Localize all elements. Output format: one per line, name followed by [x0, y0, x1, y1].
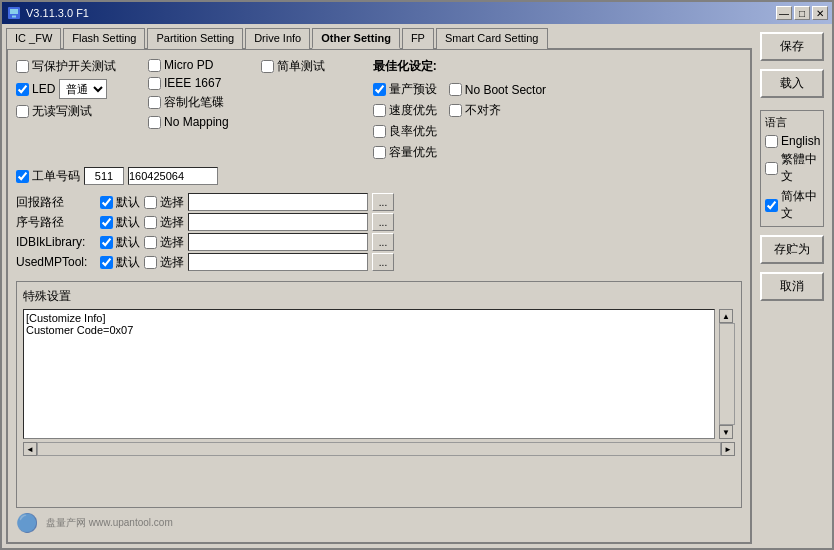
path-select-0-label[interactable]: 选择: [144, 194, 184, 211]
path-default-2-checkbox[interactable]: [100, 236, 113, 249]
special-settings-title: 特殊设置: [23, 288, 735, 305]
app-icon: [6, 5, 22, 21]
path-select-1-text: 选择: [160, 214, 184, 231]
optimize-title: 最佳化设定:: [373, 58, 546, 75]
led-label: LED: [32, 82, 55, 96]
tab-partition-setting[interactable]: Partition Setting: [147, 28, 243, 49]
customize-notepad-checkbox[interactable]: [148, 96, 161, 109]
micro-pd-checkbox[interactable]: [148, 59, 161, 72]
path-select-1-label[interactable]: 选择: [144, 214, 184, 231]
micro-pd-checkbox-label[interactable]: Micro PD: [148, 58, 229, 72]
path-default-1-label[interactable]: 默认: [100, 214, 140, 231]
speed-priority-checkbox-label[interactable]: 速度优先: [373, 102, 437, 119]
save-button[interactable]: 保存: [760, 32, 824, 61]
path-select-3-label[interactable]: 选择: [144, 254, 184, 271]
path-default-2-label[interactable]: 默认: [100, 234, 140, 251]
close-button[interactable]: ✕: [812, 6, 828, 20]
english-checkbox-label[interactable]: English: [765, 134, 819, 148]
led-select[interactable]: 普通 其他: [59, 79, 107, 99]
path-default-3-label[interactable]: 默认: [100, 254, 140, 271]
scroll-left-btn[interactable]: ◄: [23, 442, 37, 456]
tab-other-setting[interactable]: Other Setting: [312, 28, 400, 49]
path-input-2[interactable]: [188, 233, 368, 251]
load-button[interactable]: 载入: [760, 69, 824, 98]
path-label-1: 序号路径: [16, 214, 96, 231]
speed-priority-checkbox[interactable]: [373, 104, 386, 117]
quality-priority-checkbox-label[interactable]: 良率优先: [373, 123, 546, 140]
serial-input-1[interactable]: [84, 167, 124, 185]
not-aligned-checkbox-label[interactable]: 不对齐: [449, 102, 501, 119]
cancel-button[interactable]: 取消: [760, 272, 824, 301]
path-default-3-checkbox[interactable]: [100, 256, 113, 269]
main-panel: IC _FW Flash Setting Partition Setting D…: [6, 28, 752, 544]
tab-drive-info[interactable]: Drive Info: [245, 28, 310, 49]
horizontal-scrollbar[interactable]: ◄ ►: [23, 441, 735, 457]
minimize-button[interactable]: —: [776, 6, 792, 20]
path-input-3[interactable]: [188, 253, 368, 271]
tab-flash-setting[interactable]: Flash Setting: [63, 28, 145, 49]
simplified-checkbox-label[interactable]: 简体中文: [765, 188, 819, 222]
write-protect-checkbox-label[interactable]: 写保护开关测试: [16, 58, 116, 75]
simple-test-checkbox-label[interactable]: 简单测试: [261, 58, 325, 75]
path-default-1-text: 默认: [116, 214, 140, 231]
mass-production-checkbox[interactable]: [373, 83, 386, 96]
no-boot-sector-checkbox[interactable]: [449, 83, 462, 96]
path-select-1-checkbox[interactable]: [144, 216, 157, 229]
no-read-write-checkbox[interactable]: [16, 105, 29, 118]
no-read-write-checkbox-label[interactable]: 无读写测试: [16, 103, 116, 120]
scroll-down-btn[interactable]: ▼: [719, 425, 733, 439]
path-btn-3[interactable]: ...: [372, 253, 394, 271]
path-label-0: 回报路径: [16, 194, 96, 211]
customize-notepad-checkbox-label[interactable]: 容制化笔碟: [148, 94, 229, 111]
serial-number-checkbox-label[interactable]: 工单号码: [16, 168, 80, 185]
serial-input-2[interactable]: [128, 167, 218, 185]
simplified-checkbox[interactable]: [765, 199, 778, 212]
scrollbar-track-v: [719, 323, 735, 425]
no-boot-sector-checkbox-label[interactable]: No Boot Sector: [449, 83, 546, 97]
save-as-button[interactable]: 存贮为: [760, 235, 824, 264]
path-default-2-text: 默认: [116, 234, 140, 251]
led-checkbox-label[interactable]: LED: [16, 82, 55, 96]
tab-smart-card[interactable]: Smart Card Setting: [436, 28, 548, 49]
ieee1667-checkbox-label[interactable]: IEEE 1667: [148, 76, 229, 90]
tab-fp[interactable]: FP: [402, 28, 434, 49]
path-default-0-checkbox[interactable]: [100, 196, 113, 209]
quality-priority-checkbox[interactable]: [373, 125, 386, 138]
no-mapping-checkbox-label[interactable]: No Mapping: [148, 115, 229, 129]
maximize-button[interactable]: □: [794, 6, 810, 20]
title-bar: V3.11.3.0 F1 — □ ✕: [2, 2, 832, 24]
path-row-0: 回报路径 默认 选择 ...: [16, 193, 742, 211]
path-select-0-checkbox[interactable]: [144, 196, 157, 209]
path-row-1: 序号路径 默认 选择 ...: [16, 213, 742, 231]
no-mapping-checkbox[interactable]: [148, 116, 161, 129]
ieee1667-checkbox[interactable]: [148, 77, 161, 90]
path-btn-0[interactable]: ...: [372, 193, 394, 211]
special-settings-textarea[interactable]: [Customize Info] Customer Code=0x07: [23, 309, 715, 439]
english-checkbox[interactable]: [765, 135, 778, 148]
path-btn-2[interactable]: ...: [372, 233, 394, 251]
path-input-0[interactable]: [188, 193, 368, 211]
path-row-3: UsedMPTool: 默认 选择 ...: [16, 253, 742, 271]
mass-production-checkbox-label[interactable]: 量产预设: [373, 81, 437, 98]
path-select-2-checkbox[interactable]: [144, 236, 157, 249]
path-select-3-checkbox[interactable]: [144, 256, 157, 269]
scroll-up-btn[interactable]: ▲: [719, 309, 733, 323]
simple-test-checkbox[interactable]: [261, 60, 274, 73]
path-select-2-label[interactable]: 选择: [144, 234, 184, 251]
scroll-right-btn[interactable]: ►: [721, 442, 735, 456]
led-checkbox[interactable]: [16, 83, 29, 96]
vertical-scrollbar[interactable]: ▲ ▼: [719, 309, 735, 439]
tab-ic-fw[interactable]: IC _FW: [6, 28, 61, 49]
traditional-checkbox-label[interactable]: 繁體中文: [765, 151, 819, 185]
write-protect-checkbox[interactable]: [16, 60, 29, 73]
path-default-0-label[interactable]: 默认: [100, 194, 140, 211]
path-default-1-checkbox[interactable]: [100, 216, 113, 229]
path-input-1[interactable]: [188, 213, 368, 231]
capacity-priority-checkbox-label[interactable]: 容量优先: [373, 144, 546, 161]
path-btn-1[interactable]: ...: [372, 213, 394, 231]
capacity-priority-checkbox[interactable]: [373, 146, 386, 159]
serial-number-checkbox[interactable]: [16, 170, 29, 183]
traditional-checkbox[interactable]: [765, 162, 778, 175]
special-settings-section: 特殊设置 [Customize Info] Customer Code=0x07…: [16, 281, 742, 508]
not-aligned-checkbox[interactable]: [449, 104, 462, 117]
